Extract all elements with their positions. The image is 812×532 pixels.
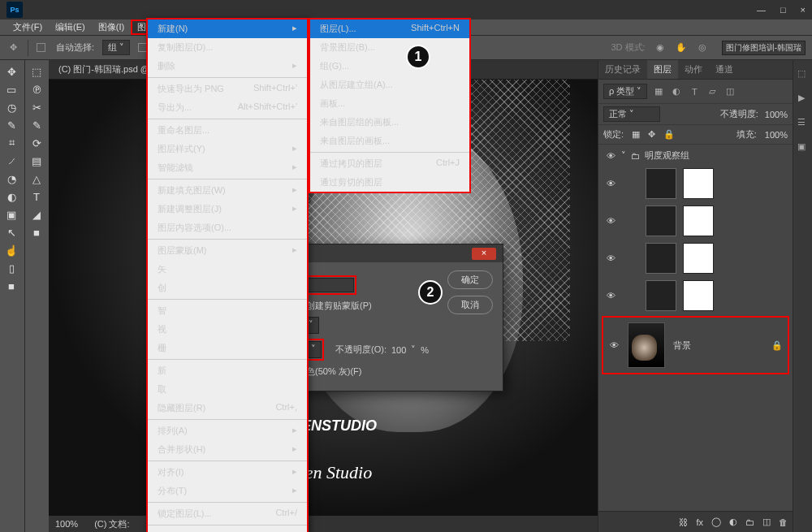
maximize-button[interactable]: □: [780, 5, 786, 15]
visibility-icon[interactable]: 👁: [605, 253, 616, 263]
layer-row[interactable]: 👁: [600, 202, 791, 240]
visibility-icon[interactable]: 👁: [605, 179, 616, 188]
menu-item[interactable]: 新: [148, 361, 307, 380]
menu-item[interactable]: 对齐(I) ▸: [148, 463, 307, 482]
tool[interactable]: ■: [2, 278, 21, 294]
brushes-icon[interactable]: ▶: [795, 91, 808, 104]
fx-icon[interactable]: fx: [696, 517, 703, 527]
menu-item[interactable]: 锁定图层(L)...Ctrl+/: [148, 504, 307, 523]
tool[interactable]: ℗: [27, 81, 46, 97]
tool[interactable]: ✎: [27, 117, 46, 133]
opacity-value[interactable]: 100: [391, 345, 406, 355]
minimize-button[interactable]: —: [757, 5, 766, 15]
tool[interactable]: ⬚: [27, 63, 46, 80]
auto-select-mode[interactable]: 组 ˅: [102, 40, 130, 55]
lock-pixels-icon[interactable]: ▦: [632, 129, 640, 140]
visibility-icon[interactable]: 👁: [605, 291, 616, 301]
orbit-icon[interactable]: ◉: [654, 41, 667, 54]
lock-position-icon[interactable]: ✥: [648, 129, 655, 140]
panel-tab[interactable]: 通道: [709, 60, 740, 79]
background-layer[interactable]: 👁 背景 🔒: [602, 316, 789, 374]
tool[interactable]: ✥: [2, 63, 21, 80]
tool[interactable]: ▭: [2, 81, 21, 97]
tool[interactable]: ◷: [2, 99, 21, 115]
mask-icon[interactable]: ◯: [711, 517, 721, 527]
menu-item[interactable]: 复制图层(D)...: [148, 38, 307, 57]
layer-row[interactable]: 👁: [600, 277, 791, 314]
actions-icon[interactable]: ▣: [795, 140, 808, 153]
tool[interactable]: △: [27, 171, 46, 187]
menu-编辑(E)[interactable]: 编辑(E): [49, 19, 92, 35]
panel-tab[interactable]: 图层: [647, 60, 678, 79]
menu-图像(I)[interactable]: 图像(I): [92, 19, 131, 35]
submenu-item[interactable]: 组(G)...: [310, 57, 469, 76]
tool[interactable]: ⟳: [27, 135, 46, 151]
menu-item[interactable]: 导出为...Alt+Shift+Ctrl+': [148, 98, 307, 117]
group-icon[interactable]: 🗀: [745, 517, 754, 527]
panel-tab[interactable]: 历史记录: [598, 60, 647, 79]
auto-select-checkbox[interactable]: [37, 43, 45, 52]
layer-row[interactable]: 👁: [600, 165, 791, 202]
fill-value[interactable]: 100%: [765, 130, 788, 140]
menu-item[interactable]: 新建填充图层(W) ▸: [148, 181, 307, 200]
zoom-icon[interactable]: ◎: [696, 41, 709, 54]
tool[interactable]: ◢: [27, 206, 46, 223]
submenu-item[interactable]: 通过拷贝的图层Ctrl+J: [310, 154, 469, 173]
tool[interactable]: ↖: [2, 224, 21, 240]
tool[interactable]: ■: [27, 224, 46, 240]
visibility-icon[interactable]: 👁: [605, 151, 616, 161]
tool[interactable]: ▣: [2, 206, 21, 223]
history-icon[interactable]: ☰: [795, 115, 808, 128]
menu-item[interactable]: 快速导出为 PNGShift+Ctrl+': [148, 80, 307, 98]
filter-shape-icon[interactable]: ▱: [706, 85, 719, 98]
dialog-close-button[interactable]: ×: [472, 248, 496, 260]
tool[interactable]: ✎: [2, 117, 21, 133]
menu-item[interactable]: 栅: [148, 339, 307, 357]
opacity-value[interactable]: 100%: [765, 110, 788, 119]
pan-icon[interactable]: ✋: [675, 41, 688, 54]
filter-adjust-icon[interactable]: ◐: [670, 85, 683, 98]
close-button[interactable]: ×: [801, 5, 806, 15]
menu-item[interactable]: 矢: [148, 260, 307, 279]
cancel-button[interactable]: 取消: [447, 296, 493, 314]
link-icon[interactable]: ⛓: [679, 517, 688, 527]
tool[interactable]: ⟋: [2, 153, 21, 169]
tool[interactable]: ◐: [2, 188, 21, 205]
tool[interactable]: T: [27, 188, 46, 205]
submenu-item[interactable]: 图层(L)...Shift+Ctrl+N: [310, 19, 469, 38]
menu-item[interactable]: 新建调整图层(J) ▸: [148, 200, 307, 218]
menu-item[interactable]: 隐藏图层(R)Ctrl+,: [148, 399, 307, 417]
group-name[interactable]: 明度观察组: [645, 149, 689, 162]
layer-name[interactable]: 背景: [673, 340, 691, 352]
layer-group[interactable]: 👁 ˅ 🗀 明度观察组: [600, 146, 791, 165]
menu-item[interactable]: 删除 ▸: [148, 57, 307, 76]
tool[interactable]: ◔: [2, 171, 21, 187]
menu-item[interactable]: 链接图层(K): [148, 527, 307, 532]
blend-mode[interactable]: 正常 ˅: [603, 106, 660, 122]
layer-row[interactable]: 👁: [600, 240, 791, 277]
menu-item[interactable]: 图层样式(Y) ▸: [148, 140, 307, 158]
filter-smart-icon[interactable]: ◫: [723, 85, 736, 98]
tool[interactable]: ✂: [27, 99, 46, 115]
submenu-item[interactable]: 从图层建立组(A)...: [310, 76, 469, 94]
filter-text-icon[interactable]: T: [688, 85, 701, 98]
menu-item[interactable]: 取: [148, 380, 307, 399]
trash-icon[interactable]: 🗑: [779, 517, 788, 527]
adjustment-icon[interactable]: ◐: [729, 517, 737, 527]
visibility-icon[interactable]: 👁: [608, 340, 620, 350]
menu-item[interactable]: 创: [148, 279, 307, 297]
menu-item[interactable]: 智: [148, 301, 307, 320]
swatches-icon[interactable]: ⬚: [795, 67, 808, 80]
menu-item[interactable]: 视: [148, 320, 307, 339]
menu-item[interactable]: 图层蒙版(M) ▸: [148, 241, 307, 260]
chevron-down-icon[interactable]: ˅: [621, 150, 626, 161]
ok-button[interactable]: 确定: [447, 270, 493, 289]
zoom-level[interactable]: 100%: [55, 519, 78, 529]
tool[interactable]: ▯: [2, 260, 21, 276]
filter-image-icon[interactable]: ▦: [652, 85, 665, 98]
lock-all-icon[interactable]: 🔒: [663, 129, 675, 140]
menu-文件(F)[interactable]: 文件(F): [6, 19, 49, 35]
visibility-icon[interactable]: 👁: [605, 216, 616, 226]
tool[interactable]: ▤: [27, 153, 46, 169]
new-layer-icon[interactable]: ◫: [762, 517, 771, 527]
